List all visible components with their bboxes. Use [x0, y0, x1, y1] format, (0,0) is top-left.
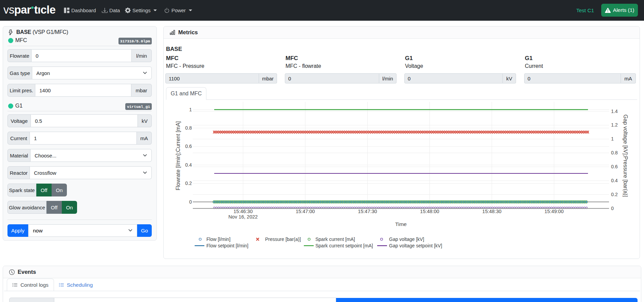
svg-text:Gap voltage [kV];Pressure [bar: Gap voltage [kV];Pressure [bar(a)] [623, 115, 628, 197]
svg-text:0.2: 0.2 [185, 181, 192, 186]
svg-text:0: 0 [611, 206, 614, 211]
svg-text:Pressure [bar(a)]: Pressure [bar(a)] [265, 237, 301, 242]
svg-text:15:46:30: 15:46:30 [234, 209, 253, 214]
svg-text:15:48:00: 15:48:00 [420, 209, 439, 214]
svg-text:0.8: 0.8 [611, 150, 618, 155]
svg-text:0.8: 0.8 [185, 125, 192, 131]
svg-text:0: 0 [189, 199, 192, 205]
svg-text:1.4: 1.4 [611, 109, 618, 114]
svg-text:15:48:30: 15:48:30 [482, 209, 501, 214]
svg-text:1.2: 1.2 [611, 122, 618, 128]
svg-text:15:47:00: 15:47:00 [296, 209, 315, 214]
svg-text:Gap voltage setpoint [kV]: Gap voltage setpoint [kV] [389, 243, 442, 248]
svg-text:Gap voltage [kV]: Gap voltage [kV] [389, 237, 424, 242]
svg-text:Nov 16, 2022: Nov 16, 2022 [228, 214, 258, 220]
svg-text:Flow setpoint [l/min]: Flow setpoint [l/min] [206, 243, 249, 248]
svg-text:Flow [l/min]: Flow [l/min] [206, 237, 231, 242]
svg-text:0.6: 0.6 [185, 144, 192, 149]
svg-text:Time: Time [395, 221, 407, 227]
svg-text:1: 1 [611, 136, 614, 141]
svg-text:15:49:00: 15:49:00 [545, 209, 564, 214]
svg-text:0.4: 0.4 [185, 162, 192, 168]
svg-text:1: 1 [189, 107, 192, 112]
svg-text:Spark current [mA]: Spark current [mA] [315, 237, 355, 242]
svg-text:15:47:30: 15:47:30 [358, 209, 377, 214]
svg-text:0.2: 0.2 [611, 192, 618, 197]
svg-text:0.4: 0.4 [611, 178, 618, 183]
svg-text:Flowrate [l/min];Current [mA]: Flowrate [l/min];Current [mA] [175, 121, 181, 190]
svg-text:Spark current setpoint [mA]: Spark current setpoint [mA] [315, 243, 373, 248]
svg-text:0.6: 0.6 [611, 164, 618, 169]
